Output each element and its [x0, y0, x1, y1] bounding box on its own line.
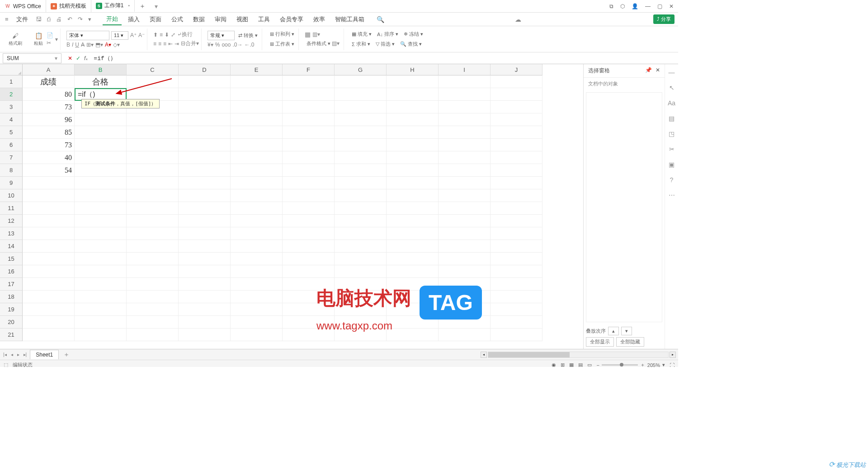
cell[interactable]	[335, 177, 387, 189]
cell[interactable]	[75, 126, 127, 139]
close-button[interactable]: ✕	[669, 3, 674, 9]
row-header-3[interactable]: 3	[0, 101, 23, 113]
menu-efficiency[interactable]: 效率	[310, 14, 329, 25]
cube-icon[interactable]: ⬡	[620, 3, 625, 9]
cell[interactable]	[491, 75, 542, 88]
cell[interactable]	[23, 253, 75, 265]
cell[interactable]	[283, 139, 335, 151]
cell[interactable]	[283, 177, 335, 189]
cell[interactable]	[283, 240, 335, 253]
cell[interactable]	[491, 126, 542, 139]
format-painter-button[interactable]: 🖌 格式刷	[7, 31, 24, 47]
copy-icon[interactable]: 📄	[47, 32, 53, 38]
fill-button[interactable]: ▦填充▾	[350, 30, 373, 38]
menu-review[interactable]: 审阅	[211, 14, 230, 25]
cell[interactable]	[127, 253, 179, 265]
rail-more-icon[interactable]: ⋯	[669, 192, 675, 199]
rail-chart-icon[interactable]: ◳	[669, 130, 675, 137]
cell[interactable]	[23, 202, 75, 215]
cell[interactable]	[75, 278, 127, 291]
cell[interactable]	[283, 189, 335, 202]
layout-icon[interactable]: ⧉	[609, 3, 613, 9]
sheet-add-button[interactable]: ＋	[61, 351, 72, 359]
align-right-icon[interactable]: ≡	[163, 41, 166, 47]
cloud-icon[interactable]: ☁	[515, 16, 521, 23]
cell[interactable]	[75, 189, 127, 202]
cell[interactable]	[179, 177, 231, 189]
avatar-icon[interactable]: 👤	[632, 3, 638, 9]
cell[interactable]	[75, 215, 127, 227]
file-menu[interactable]: 文件	[13, 14, 32, 25]
col-header-D[interactable]: D	[179, 64, 231, 75]
undo-icon[interactable]: ↶	[66, 15, 74, 24]
cell[interactable]	[127, 177, 179, 189]
move-up-button[interactable]: ▴	[608, 327, 619, 335]
formula-input[interactable]: =if（）	[91, 53, 678, 63]
worksheet-button[interactable]: ⊞工作表▾	[268, 40, 296, 48]
cell-A8[interactable]: 54	[23, 164, 75, 177]
row-header-8[interactable]: 8	[0, 164, 23, 177]
menu-member[interactable]: 会员专享	[276, 14, 307, 25]
cell[interactable]	[439, 202, 491, 215]
cell[interactable]	[387, 240, 439, 253]
row-header[interactable]: 15	[0, 253, 23, 265]
cell[interactable]	[387, 253, 439, 265]
cell[interactable]	[387, 88, 439, 101]
cell[interactable]	[439, 88, 491, 101]
scroll-thumb[interactable]	[488, 352, 570, 357]
zoom-out-button[interactable]: −	[596, 362, 599, 367]
cell[interactable]	[491, 240, 542, 253]
print-icon[interactable]: ⎙	[46, 15, 52, 24]
zoom-dropdown-icon[interactable]: ▾	[662, 362, 665, 367]
cell[interactable]	[75, 265, 127, 278]
cell[interactable]	[491, 215, 542, 227]
col-header-I[interactable]: I	[439, 64, 491, 75]
sheet-nav-prev[interactable]: ◂	[10, 352, 14, 357]
scroll-track[interactable]	[488, 352, 669, 358]
view-normal-icon[interactable]: ⊞	[561, 362, 565, 367]
align-bottom-icon[interactable]: ⬇	[165, 32, 169, 38]
cell[interactable]	[179, 75, 231, 88]
cell-A6[interactable]: 73	[23, 139, 75, 151]
view-page-icon[interactable]: ▦	[569, 362, 574, 367]
cell[interactable]	[439, 75, 491, 88]
row-header-1[interactable]: 1	[0, 75, 23, 88]
rows-cols-button[interactable]: ⊞行和列▾	[268, 30, 296, 38]
save-icon[interactable]: 🖫	[34, 15, 43, 24]
cell[interactable]	[283, 75, 335, 88]
cell[interactable]	[335, 139, 387, 151]
cell[interactable]	[231, 139, 283, 151]
cell[interactable]	[283, 126, 335, 139]
pin-icon[interactable]: 📌	[645, 67, 652, 73]
name-box[interactable]: SUM ▾	[3, 53, 61, 63]
cell[interactable]	[75, 303, 127, 316]
cell[interactable]	[231, 215, 283, 227]
cell[interactable]	[231, 75, 283, 88]
orientation-icon[interactable]: ⤢	[171, 32, 175, 38]
cell[interactable]	[231, 303, 283, 316]
confirm-icon[interactable]: ✓	[76, 55, 80, 61]
cell[interactable]	[127, 75, 179, 88]
cell[interactable]	[283, 164, 335, 177]
fill-color-icon[interactable]: ⬒▾	[95, 42, 103, 48]
cell[interactable]	[179, 215, 231, 227]
cell[interactable]	[231, 227, 283, 240]
cell[interactable]	[231, 253, 283, 265]
cell[interactable]	[179, 291, 231, 303]
cell[interactable]	[23, 189, 75, 202]
row-header[interactable]: 14	[0, 240, 23, 253]
font-size-select[interactable]: 11▾	[111, 31, 128, 40]
cell[interactable]	[439, 151, 491, 164]
cell[interactable]	[387, 126, 439, 139]
cell[interactable]	[231, 101, 283, 113]
row-header-5[interactable]: 5	[0, 126, 23, 139]
cell[interactable]	[335, 101, 387, 113]
menu-tools[interactable]: 工具	[255, 14, 274, 25]
cell[interactable]	[335, 164, 387, 177]
cancel-icon[interactable]: ✕	[68, 55, 72, 61]
cell[interactable]	[231, 316, 283, 329]
strike-icon[interactable]: A̶	[81, 42, 85, 48]
cell-A3[interactable]: 73	[23, 101, 75, 113]
cell[interactable]	[387, 177, 439, 189]
row-header[interactable]: 18	[0, 291, 23, 303]
